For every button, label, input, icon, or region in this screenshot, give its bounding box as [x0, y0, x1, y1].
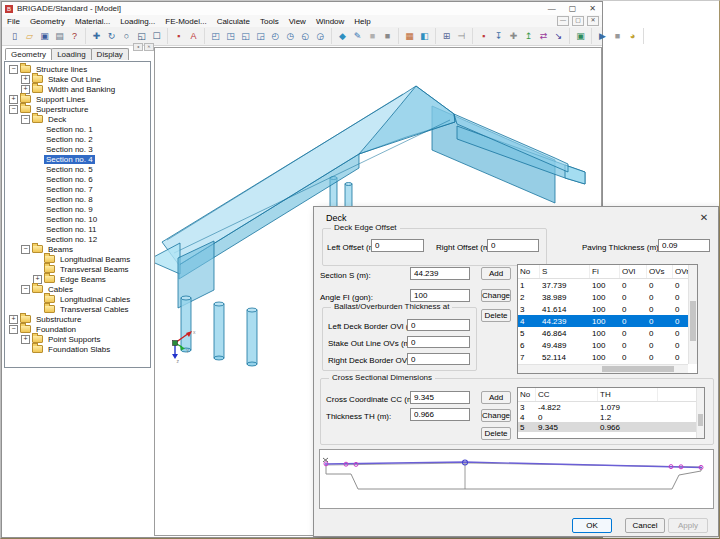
column-header[interactable]: S: [540, 265, 590, 278]
menu-view[interactable]: View: [284, 17, 311, 26]
expand-icon[interactable]: +: [9, 95, 18, 104]
view-front-icon[interactable]: ◳: [224, 29, 238, 43]
table-row[interactable]: 649.489100000: [518, 339, 688, 351]
column-header[interactable]: No: [518, 265, 540, 278]
tree-item[interactable]: +Point Supports: [5, 334, 150, 344]
menu-window[interactable]: Window: [311, 17, 349, 26]
tree-item[interactable]: Transversal Beams: [5, 264, 150, 274]
section-table-vscrollbar[interactable]: [688, 265, 697, 364]
column-header[interactable]: No: [518, 388, 536, 401]
table-row[interactable]: 341.614100000: [518, 303, 688, 315]
tree-item[interactable]: Transversal Cables: [5, 304, 150, 314]
display-window-icon[interactable]: ▣: [574, 29, 588, 43]
tree-item[interactable]: Longitudinal Cables: [5, 294, 150, 304]
save-icon[interactable]: ▣: [38, 29, 52, 43]
section-table[interactable]: NoSFiOVlOVsOVr137.739100000238.989100000…: [517, 264, 698, 374]
tree-item[interactable]: −Beams: [5, 244, 150, 254]
collapse-icon[interactable]: −: [21, 115, 30, 124]
rotate-x-icon[interactable]: ◴: [269, 29, 283, 43]
change-section-button[interactable]: Change: [481, 289, 511, 302]
texture-icon[interactable]: ▦: [403, 29, 417, 43]
column-header[interactable]: TH: [598, 388, 658, 401]
zoom-window-icon[interactable]: ◱: [135, 29, 149, 43]
section-s-field[interactable]: [410, 267, 470, 280]
menu-loading[interactable]: Loading...: [115, 17, 160, 26]
menu-material[interactable]: Material...: [70, 17, 115, 26]
menu-help[interactable]: Help: [349, 17, 375, 26]
geometry-tree[interactable]: −Structure lines+Stake Out Line+Width an…: [4, 61, 151, 368]
run-analysis-icon[interactable]: ▶: [596, 29, 610, 43]
tree-item[interactable]: Section no. 6: [5, 174, 150, 184]
dimension-table[interactable]: NoCCTH3-4.8221.079401.259.3450.966: [517, 387, 705, 439]
add-load-icon[interactable]: ✚: [507, 29, 521, 43]
collapse-icon[interactable]: −: [9, 65, 18, 74]
mdi-close-icon[interactable]: ✕: [587, 16, 599, 26]
add-section-button[interactable]: Add: [481, 267, 511, 280]
tree-item[interactable]: Foundation Slabs: [5, 344, 150, 354]
tree-item[interactable]: Section no. 10: [5, 214, 150, 224]
expand-icon[interactable]: +: [9, 315, 18, 324]
close-icon[interactable]: ✕: [589, 4, 596, 13]
table-row[interactable]: 137.739100000: [518, 279, 688, 291]
load-up-icon[interactable]: ↥: [522, 29, 536, 43]
tree-item[interactable]: +Width and Banking: [5, 84, 150, 94]
tree-item[interactable]: Section no. 12: [5, 234, 150, 244]
text-labels-icon[interactable]: A: [187, 29, 201, 43]
collapse-icon[interactable]: −: [21, 285, 30, 294]
menu-femodel[interactable]: FE-Model...: [160, 17, 211, 26]
maximize-icon[interactable]: ▢: [569, 4, 577, 13]
menu-file[interactable]: File: [2, 17, 25, 26]
expand-icon[interactable]: +: [21, 335, 30, 344]
mdi-restore-icon[interactable]: ▢: [572, 16, 584, 26]
tree-item[interactable]: Section no. 9: [5, 204, 150, 214]
paving-thickness-field[interactable]: [658, 239, 710, 252]
tree-item[interactable]: Section no. 2: [5, 134, 150, 144]
shade-on-icon[interactable]: ■: [381, 29, 395, 43]
column-header[interactable]: CC: [536, 388, 598, 401]
tree-item[interactable]: Section no. 3: [5, 144, 150, 154]
view-top-icon[interactable]: ◰: [209, 29, 223, 43]
tree-item[interactable]: −Superstructure: [5, 104, 150, 114]
tab-geometry[interactable]: Geometry: [5, 48, 52, 60]
rotate-view-icon[interactable]: ↻: [105, 29, 119, 43]
tree-item[interactable]: −Foundation: [5, 324, 150, 334]
erase-icon[interactable]: ◆: [336, 29, 350, 43]
menu-calculate[interactable]: Calculate: [212, 17, 255, 26]
view-left-icon[interactable]: ◱: [239, 29, 253, 43]
tree-item[interactable]: Section no. 11: [5, 224, 150, 234]
tree-item[interactable]: Section no. 7: [5, 184, 150, 194]
table-row[interactable]: 444.239100000: [518, 315, 688, 327]
column-header[interactable]: OVs: [647, 265, 673, 278]
tree-item[interactable]: +Substructure: [5, 314, 150, 324]
tree-item[interactable]: +Support Lines: [5, 94, 150, 104]
delete-section-button[interactable]: Delete: [481, 309, 511, 322]
table-row[interactable]: 752.114100000: [518, 351, 688, 363]
tree-item[interactable]: Section no. 8: [5, 194, 150, 204]
expand-icon[interactable]: +: [21, 75, 30, 84]
right-deck-border-field[interactable]: [407, 353, 470, 365]
pan-icon[interactable]: ✚: [90, 29, 104, 43]
column-header[interactable]: OVl: [620, 265, 647, 278]
view-right-icon[interactable]: ◲: [254, 29, 268, 43]
grid-icon[interactable]: ⊞: [440, 29, 454, 43]
load-down-icon[interactable]: ↧: [492, 29, 506, 43]
table-row[interactable]: 59.3450.966: [518, 422, 696, 432]
stake-out-line-field[interactable]: [407, 336, 470, 348]
tree-item[interactable]: +Edge Beams: [5, 274, 150, 284]
zoom-icon[interactable]: ○: [120, 29, 134, 43]
angle-fi-field[interactable]: [410, 289, 470, 302]
thickness-field[interactable]: [410, 408, 470, 421]
table-row[interactable]: 238.989100000: [518, 291, 688, 303]
right-offset-field[interactable]: [487, 239, 539, 252]
tree-item[interactable]: Section no. 1: [5, 124, 150, 134]
zoom-extents-icon[interactable]: ☐: [150, 29, 164, 43]
collapse-icon[interactable]: −: [9, 105, 18, 114]
left-deck-border-field[interactable]: [407, 319, 470, 331]
new-file-icon[interactable]: ▯: [8, 29, 22, 43]
column-header[interactable]: OVr: [673, 265, 688, 278]
load-vector-icon[interactable]: ↘: [552, 29, 566, 43]
change-dimension-button[interactable]: Change: [481, 409, 511, 422]
collapse-icon[interactable]: −: [21, 245, 30, 254]
add-dimension-button[interactable]: Add: [481, 391, 511, 404]
column-header[interactable]: Fi: [590, 265, 620, 278]
